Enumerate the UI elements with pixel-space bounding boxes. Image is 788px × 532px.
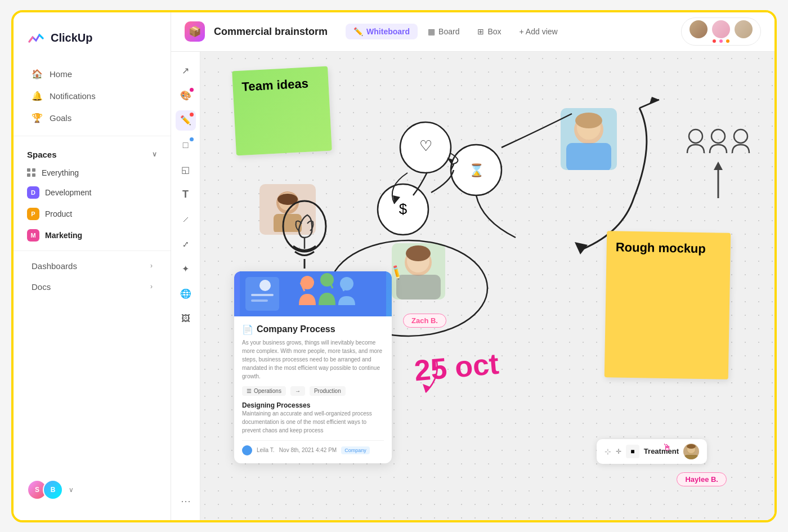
prod-badge: P: [27, 208, 39, 220]
status-dot-1: [713, 39, 716, 43]
space-product[interactable]: P Product: [14, 203, 171, 225]
project-title: Commercial brainstorm: [214, 26, 328, 38]
avatar-b: B: [43, 480, 63, 500]
clickup-logo-icon: [27, 29, 45, 47]
nav-dashboards[interactable]: Dashboards ›: [18, 256, 166, 276]
sticky-note-team-ideas[interactable]: Team ideas: [232, 66, 332, 155]
canvas-area: Team ideas: [200, 52, 774, 520]
board-tab-label: Board: [438, 27, 459, 36]
project-icon: 📦: [185, 21, 205, 42]
view-tabs: ✏️ Whiteboard ▦ Board ⊞ Box + Add view: [346, 24, 566, 39]
doc-tag-arrow: →: [290, 386, 305, 396]
doc-header-illustration: [240, 271, 386, 316]
doc-author-name: Leila T. Nov 8th, 2021 4:42 PM: [257, 447, 337, 453]
doc-section-title: Designing Processes: [242, 401, 384, 409]
doc-author-avatar: [242, 445, 252, 455]
doc-title: 📄 Company Process: [242, 324, 384, 335]
svg-text:$: $: [399, 200, 408, 217]
tool-pen[interactable]: ✏️: [176, 110, 196, 131]
docs-label: Docs: [32, 282, 51, 292]
tool-sticky[interactable]: ◱: [176, 160, 196, 180]
doc-card-header: [234, 271, 392, 316]
doc-description: As your business grows, things will inev…: [242, 338, 384, 381]
svg-rect-36: [251, 299, 268, 302]
people-icons-svg: [684, 119, 752, 204]
nav-home[interactable]: 🏠 Home: [18, 63, 166, 85]
haylee-label: Haylee B.: [685, 475, 718, 484]
mkt-badge: M: [27, 229, 39, 242]
space-dev-label: Development: [45, 188, 92, 197]
space-marketing[interactable]: M Marketing: [14, 225, 171, 246]
tool-shape[interactable]: □: [176, 135, 196, 155]
collab-avatar-2: [712, 20, 730, 38]
treatment-avatar-img: [683, 444, 699, 459]
spaces-header: Spaces ∨: [14, 141, 171, 164]
svg-text:⌛: ⌛: [469, 163, 485, 178]
whiteboard-toolbar: ↗ 🎨 ✏️ □ ◱ T ⟋ ⑇ ✦ 🌐 🖼: [171, 52, 200, 520]
sticky-yellow-text: Rough mockup: [616, 240, 706, 256]
treatment-icon: ■: [626, 445, 639, 458]
treatment-title: Treatment: [644, 447, 679, 455]
space-development[interactable]: D Development: [14, 182, 171, 203]
collab-avatar-1: [690, 20, 708, 38]
tool-more[interactable]: ⋯: [176, 491, 196, 511]
tool-color[interactable]: 🎨: [176, 86, 196, 106]
home-icon: 🏠: [32, 69, 43, 79]
doc-tags: ☰ Operations → Production: [242, 386, 384, 396]
top-header: 📦 Commercial brainstorm ✏️ Whiteboard ▦ …: [171, 12, 774, 52]
status-dot-3: [726, 39, 729, 43]
profile-chevron[interactable]: ∨: [69, 486, 74, 494]
user-avatars[interactable]: S B: [27, 480, 63, 500]
main-content: 📦 Commercial brainstorm ✏️ Whiteboard ▦ …: [171, 12, 774, 520]
space-everything[interactable]: Everything: [14, 164, 171, 182]
lightbulb-drawing: [274, 187, 341, 279]
docs-chevron: ›: [150, 283, 153, 290]
tab-whiteboard[interactable]: ✏️ Whiteboard: [346, 24, 418, 39]
tab-board[interactable]: ▦ Board: [420, 24, 467, 39]
spaces-label: Spaces: [27, 150, 57, 159]
treatment-avatar: [683, 444, 699, 459]
doc-card-body: 📄 Company Process As your business grows…: [234, 316, 392, 463]
avatar-status-dots: [713, 39, 729, 43]
doc-badge: Company: [341, 446, 370, 454]
nav-home-label: Home: [50, 69, 72, 79]
divider-1: [14, 136, 171, 136]
tool-ai[interactable]: ✦: [176, 259, 196, 279]
nav-notifications[interactable]: 🔔 Notifications: [18, 85, 166, 107]
svg-point-47: [687, 444, 696, 449]
shape-dot: [190, 137, 194, 141]
treatment-card[interactable]: ⊹ ✛ ■ Treatment: [597, 439, 707, 464]
box-tab-label: Box: [487, 27, 501, 36]
app-frame: ClickUp 🏠 Home 🔔 Notifications 🏆 Goals S…: [11, 10, 777, 522]
tab-box[interactable]: ⊞ Box: [469, 24, 509, 39]
dashboards-label: Dashboards: [32, 261, 77, 271]
add-view-button[interactable]: + Add view: [512, 24, 566, 39]
tool-text[interactable]: T: [176, 185, 196, 205]
whiteboard-canvas[interactable]: ↗ 🎨 ✏️ □ ◱ T ⟋ ⑇ ✦ 🌐 🖼: [171, 52, 774, 520]
app-name: ClickUp: [51, 32, 92, 44]
doc-card[interactable]: 📄 Company Process As your business grows…: [234, 271, 392, 463]
tool-connect[interactable]: ⑇: [176, 234, 196, 254]
add-view-label: + Add view: [520, 27, 558, 36]
collaborator-avatars: [681, 17, 761, 46]
name-tag-haylee: Haylee B.: [677, 472, 727, 486]
doc-footer: Leila T. Nov 8th, 2021 4:42 PM Company: [242, 440, 384, 455]
nav-goals[interactable]: 🏆 Goals: [18, 107, 166, 129]
nav-goals-label: Goals: [50, 113, 71, 123]
tool-eraser[interactable]: ⟋: [176, 209, 196, 230]
whiteboard-tab-icon: ✏️: [353, 27, 363, 36]
mouse-cursor: 🖱: [662, 442, 671, 453]
nav-docs[interactable]: Docs ›: [18, 276, 166, 297]
doc-tag-ops: ☰ Operations: [242, 386, 286, 396]
nav-notifications-label: Notifications: [50, 91, 96, 101]
lightbulb-svg: [274, 187, 341, 277]
tool-image[interactable]: 🖼: [176, 309, 196, 329]
main-nav: 🏠 Home 🔔 Notifications 🏆 Goals: [14, 61, 171, 131]
spaces-chevron[interactable]: ∨: [152, 150, 157, 158]
sticky-note-rough-mockup[interactable]: Rough mockup: [605, 231, 731, 379]
tool-select[interactable]: ↗: [176, 61, 196, 81]
logo-area: ClickUp: [14, 24, 171, 61]
tool-globe[interactable]: 🌐: [176, 284, 196, 304]
drag-handle-icon: ⊹: [605, 447, 611, 456]
pen-dot: [190, 113, 194, 117]
